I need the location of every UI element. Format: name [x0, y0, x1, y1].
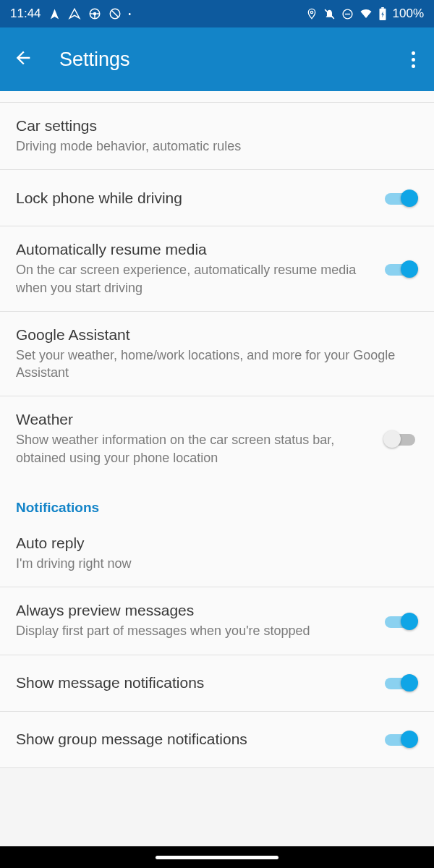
row-title: Always preview messages [16, 602, 376, 619]
battery-percent: 100% [393, 7, 424, 21]
auto-resume-toggle[interactable] [383, 259, 418, 279]
show-message-notifications-row[interactable]: Show message notifications [0, 655, 434, 712]
page-title: Settings [59, 48, 406, 71]
svg-point-1 [93, 13, 95, 15]
navigation-bar [0, 846, 434, 868]
show-message-toggle[interactable] [383, 673, 418, 693]
alarm-off-icon [323, 8, 336, 20]
spacer [0, 91, 434, 103]
battery-icon [378, 7, 387, 20]
row-title: Weather [16, 411, 376, 428]
lock-phone-row[interactable]: Lock phone while driving [0, 170, 434, 226]
weather-toggle[interactable] [383, 429, 418, 449]
show-group-notifications-row[interactable]: Show group message notifications [0, 712, 434, 768]
lock-phone-toggle[interactable] [383, 188, 418, 208]
do-not-disturb-icon [109, 7, 122, 20]
car-settings-row[interactable]: Car settings Driving mode behavior, auto… [0, 103, 434, 170]
auto-reply-row[interactable]: Auto reply I'm driving right now [0, 520, 434, 587]
dot-icon: • [129, 10, 132, 18]
row-title: Show message notifications [16, 674, 376, 692]
row-title: Lock phone while driving [16, 190, 376, 207]
row-title: Automatically resume media [16, 241, 376, 258]
row-subtitle: Show weather information on the car scre… [16, 431, 376, 467]
settings-list: Car settings Driving mode behavior, auto… [0, 91, 434, 768]
minus-circle-icon [341, 8, 354, 20]
steering-wheel-icon [88, 7, 101, 20]
app-bar: Settings [0, 27, 434, 91]
row-title: Google Assistant [16, 326, 411, 344]
location-icon [306, 8, 318, 20]
wifi-icon [359, 7, 373, 20]
row-subtitle: Driving mode behavior, automatic rules [16, 137, 411, 155]
status-bar: 11:44 • 100% [0, 0, 434, 27]
svg-rect-6 [381, 7, 384, 9]
row-subtitle: Display first part of messages when you'… [16, 622, 376, 639]
status-left: 11:44 • [10, 7, 131, 21]
status-right: 100% [306, 7, 424, 21]
row-title: Auto reply [16, 535, 411, 552]
weather-row[interactable]: Weather Show weather information on the … [0, 396, 434, 481]
google-assistant-row[interactable]: Google Assistant Set your weather, home/… [0, 312, 434, 397]
status-time: 11:44 [10, 7, 41, 21]
show-group-toggle[interactable] [383, 729, 418, 749]
section-label: Notifications [16, 500, 418, 516]
home-indicator[interactable] [156, 856, 278, 859]
notifications-section-header: Notifications [0, 481, 434, 520]
row-title: Show group message notifications [16, 731, 376, 748]
svg-point-3 [310, 11, 312, 13]
always-preview-toggle[interactable] [383, 611, 418, 631]
back-button[interactable] [13, 48, 33, 71]
auto-resume-media-row[interactable]: Automatically resume media On the car sc… [0, 226, 434, 312]
always-preview-row[interactable]: Always preview messages Display first pa… [0, 587, 434, 655]
row-subtitle: On the car screen experience, automatica… [16, 261, 376, 297]
overflow-menu-button[interactable] [406, 46, 421, 74]
navigation-icon [48, 8, 61, 20]
row-subtitle: Set your weather, home/work locations, a… [16, 346, 411, 382]
android-auto-icon [68, 7, 81, 20]
row-title: Car settings [16, 117, 411, 135]
row-subtitle: I'm driving right now [16, 555, 411, 572]
